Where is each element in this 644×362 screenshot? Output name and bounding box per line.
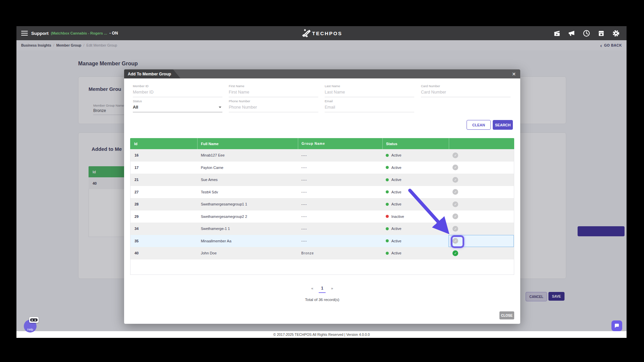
status-dot-icon xyxy=(386,215,389,218)
hamburger-menu-icon[interactable] xyxy=(21,29,28,37)
clean-button[interactable]: CLEAN xyxy=(467,120,491,130)
cell-id: 40 xyxy=(130,247,198,259)
cell-group-name: ---- xyxy=(298,210,382,223)
search-button[interactable]: SEARCH xyxy=(493,120,513,130)
first-name-input[interactable] xyxy=(229,89,318,97)
cell-group-name: ---- xyxy=(298,162,382,174)
cell-status: Active xyxy=(382,235,449,247)
results-table: IdFull NameGroup NameStatus 16Minab127 E… xyxy=(130,138,514,275)
cell-group-name: ---- xyxy=(298,149,382,162)
member-id-field: Member ID xyxy=(133,84,222,97)
cell-id: 28 xyxy=(130,198,198,210)
modal-title-tab: Add To Member Group xyxy=(124,69,180,78)
status-dot-icon xyxy=(386,203,389,206)
cell-id: 35 xyxy=(130,235,198,247)
cell-full-name: Payton Carne xyxy=(198,162,298,174)
chat-button[interactable] xyxy=(611,320,622,331)
email-input[interactable] xyxy=(325,104,414,112)
check-icon[interactable]: ✓ xyxy=(452,189,458,195)
add-to-member-group-modal: Add To Member Group ✕ Member ID First Na… xyxy=(124,69,520,324)
field-label: Last Name xyxy=(325,84,414,88)
cell-select[interactable]: ✓ xyxy=(448,186,514,198)
techpos-logo: TECHPOS xyxy=(301,26,342,40)
cell-select[interactable]: ✓ xyxy=(448,162,514,174)
clock-icon[interactable] xyxy=(583,29,590,37)
cell-id: 29 xyxy=(130,210,198,223)
modal-close-button[interactable]: CLOSE xyxy=(499,311,514,319)
cell-select[interactable]: ✓ xyxy=(448,247,514,259)
cell-full-name: Swethamergesamegroup2 2 xyxy=(198,210,298,223)
status-field: Status All xyxy=(133,99,222,112)
cell-select[interactable]: ✓ xyxy=(448,174,514,186)
check-icon[interactable]: ✓ xyxy=(452,201,458,207)
table-row[interactable]: 17Payton Carne----Active✓ xyxy=(130,162,514,174)
cell-select[interactable]: ✓ xyxy=(448,210,514,223)
clapperboard-icon[interactable] xyxy=(553,29,561,37)
check-icon[interactable]: ✓ xyxy=(452,165,458,170)
pagination-next-button[interactable]: » xyxy=(331,286,333,290)
field-label: Email xyxy=(325,99,414,103)
store-icon[interactable] xyxy=(597,29,605,37)
modal-header: Add To Member Group ✕ xyxy=(124,69,520,78)
check-icon[interactable]: ✓ xyxy=(452,238,458,244)
cell-full-name: Sue Ames xyxy=(198,174,298,186)
chevron-down-icon xyxy=(219,107,221,109)
app-title: Support xyxy=(31,31,49,36)
last-name-field: Last Name xyxy=(325,84,414,97)
pagination-page-1[interactable]: 1 xyxy=(321,286,323,291)
check-icon[interactable]: ✓ xyxy=(452,226,458,232)
phone-number-input[interactable] xyxy=(229,104,318,112)
card-number-field: Card Number xyxy=(421,84,511,97)
cell-group-name: ---- xyxy=(298,186,382,198)
status-select[interactable]: All xyxy=(133,104,222,112)
status-label: Inactive xyxy=(391,215,404,219)
cell-status: Inactive xyxy=(382,210,449,223)
status-dot-icon xyxy=(386,166,389,169)
cell-id: 21 xyxy=(130,174,198,186)
table-row[interactable]: 34Swethamerge-1 1----Active✓ xyxy=(130,223,514,235)
last-name-input[interactable] xyxy=(325,89,414,97)
gear-icon[interactable] xyxy=(612,29,620,37)
table-row[interactable]: 35Minaallmember Aa----Active✓ xyxy=(130,235,514,247)
check-icon[interactable]: ✓ xyxy=(452,214,458,219)
table-row[interactable]: 29Swethamergesamegroup2 2----Inactive✓ xyxy=(130,210,514,223)
province-suffix: - ON xyxy=(109,31,118,36)
cell-status: Active xyxy=(382,198,449,210)
pagination-prev-button[interactable]: « xyxy=(311,286,313,290)
column-header: Group Name xyxy=(298,138,382,149)
table-row[interactable]: 28Swethamergesamegroup1 1----Active✓ xyxy=(130,198,514,210)
top-bar: Support (Matchbox Cannabis - Rogers ... … xyxy=(16,26,627,40)
table-row[interactable]: 16Minab127 Eee----Active✓ xyxy=(130,149,514,162)
cell-select[interactable]: ✓ xyxy=(448,223,514,235)
status-dot-icon xyxy=(386,227,389,230)
cell-id: 27 xyxy=(130,186,198,198)
cell-full-name: Minaallmember Aa xyxy=(198,235,298,247)
table-row[interactable]: 27Testt4 Sdv----Active✓ xyxy=(130,186,514,198)
status-dot-icon xyxy=(386,178,389,181)
cell-status: Active xyxy=(382,174,449,186)
cell-select[interactable]: ✓ xyxy=(448,198,514,210)
close-icon[interactable]: ✕ xyxy=(512,69,516,78)
field-label: Status xyxy=(133,99,222,103)
cell-select[interactable]: ✓ xyxy=(448,149,514,162)
help-bot-button[interactable]: Help xyxy=(24,317,43,332)
column-header: Full Name xyxy=(197,138,298,149)
check-icon[interactable]: ✓ xyxy=(452,177,458,183)
status-label: Active xyxy=(391,178,401,182)
phone-number-field: Phone Number xyxy=(229,99,318,112)
footer: © 2017-2025 TECHPOS All Rights Reserved … xyxy=(16,331,627,338)
app-window: Support (Matchbox Cannabis - Rogers ... … xyxy=(16,26,627,338)
cell-select[interactable]: ✓ xyxy=(448,235,514,247)
cell-full-name: John Doe xyxy=(198,247,298,259)
check-icon[interactable]: ✓ xyxy=(452,250,458,256)
table-row[interactable]: 40John DoeBronzeActive✓ xyxy=(130,247,514,259)
table-row[interactable]: 21Sue Ames----Active✓ xyxy=(130,174,514,186)
cell-group-name: ---- xyxy=(298,235,382,247)
techpos-logo-icon xyxy=(301,29,311,38)
card-number-input[interactable] xyxy=(421,89,511,97)
cell-group-name: Bronze xyxy=(298,247,382,259)
check-icon[interactable]: ✓ xyxy=(452,153,458,158)
status-label: Active xyxy=(391,227,401,231)
megaphone-icon[interactable] xyxy=(568,29,576,37)
member-id-input[interactable] xyxy=(133,89,222,97)
